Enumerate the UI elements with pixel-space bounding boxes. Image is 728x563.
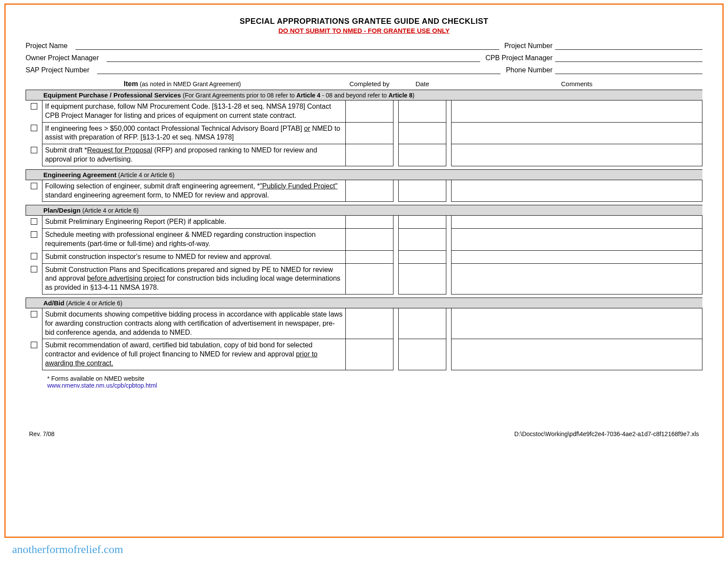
input-line [97, 66, 500, 74]
label-project-name: Project Name [26, 42, 70, 50]
cell-comments [452, 100, 702, 123]
item-description: Submit Construction Plans and Specificat… [42, 263, 346, 294]
checkbox-icon[interactable] [31, 125, 37, 131]
cell-date [399, 216, 446, 229]
label-sap-number: SAP Project Number [26, 66, 92, 74]
cell-completed-by [346, 180, 393, 202]
checklist-item: Submit draft *Request for Proposal (RFP)… [26, 144, 702, 166]
checklist-table: Item (as noted in NMED Grant Agreement) … [26, 78, 702, 373]
col-item-note: (as noted in NMED Grant Agreement) [140, 81, 241, 87]
cell-date [399, 263, 446, 294]
cell-comments [452, 308, 702, 339]
nmed-link[interactable]: www.nmenv.state.nm.us/cpb/cpbtop.html [47, 382, 157, 389]
checkbox-icon[interactable] [31, 218, 37, 225]
section-header: Equipment Purchase / Professional Servic… [26, 90, 702, 100]
forms-available-note: * Forms available on NMED website [26, 375, 702, 382]
section-header: Plan/Design (Article 4 or Article 6) [26, 205, 702, 216]
cell-date [399, 122, 446, 144]
col-date: Date [399, 78, 446, 90]
checklist-item: Submit Preliminary Engineering Report (P… [26, 216, 702, 229]
cell-comments [452, 144, 702, 166]
cell-date [399, 100, 446, 123]
section-title: Plan/Design [43, 207, 81, 214]
file-path: D:\Docstoc\Working\pdf\4e9fc2e4-7036-4ae… [514, 430, 699, 437]
item-description: Submit documents showing competitive bid… [42, 308, 346, 339]
cell-completed-by [346, 250, 393, 263]
document-subtitle: DO NOT SUBMIT TO NMED - FOR GRANTEE USE … [26, 27, 702, 34]
cell-comments [452, 216, 702, 229]
col-comments: Comments [452, 78, 702, 90]
checkbox-icon[interactable] [31, 183, 37, 189]
checkbox-icon[interactable] [31, 231, 37, 238]
document-header: SPECIAL APPROPRIATIONS GRANTEE GUIDE AND… [26, 17, 702, 34]
cell-completed-by [346, 100, 393, 123]
cell-completed-by [346, 308, 393, 339]
input-line [107, 54, 480, 62]
cell-date [399, 339, 446, 370]
cell-completed-by [346, 144, 393, 166]
checkbox-icon[interactable] [31, 266, 37, 272]
checklist-item: If equipment purchase, follow NM Procure… [26, 100, 702, 123]
checkbox-icon[interactable] [31, 311, 37, 317]
checkbox-icon[interactable] [31, 253, 37, 259]
cell-comments [452, 250, 702, 263]
input-line [75, 42, 499, 50]
checklist-item: Submit construction inspector's resume t… [26, 250, 702, 263]
section-header: Engineering Agreement (Article 4 or Arti… [26, 169, 702, 180]
cell-date [399, 250, 446, 263]
col-item: Item [124, 80, 138, 87]
label-phone: Phone Number [506, 66, 555, 74]
checkbox-icon[interactable] [31, 147, 37, 153]
cell-completed-by [346, 122, 393, 144]
item-description: If equipment purchase, follow NM Procure… [42, 100, 346, 123]
section-title: Equipment Purchase / Professional Servic… [43, 91, 181, 99]
checklist-item: If engineering fees > $50,000 contact Pr… [26, 122, 702, 144]
cell-date [399, 180, 446, 202]
item-description: Schedule meeting with professional engin… [42, 229, 346, 251]
cell-comments [452, 263, 702, 294]
watermark: anotherformofrelief.com [12, 543, 123, 556]
item-description: Following selection of engineer, submit … [42, 180, 346, 202]
revision-label: Rev. 7/08 [29, 430, 55, 437]
checklist-item: Submit recommendation of award, certifie… [26, 339, 702, 370]
cell-completed-by [346, 216, 393, 229]
cell-comments [452, 229, 702, 251]
input-line [555, 66, 702, 74]
section-title: Engineering Agreement [43, 171, 117, 178]
cell-date [399, 144, 446, 166]
checklist-item: Submit documents showing competitive bid… [26, 308, 702, 339]
cell-date [399, 229, 446, 251]
checkbox-icon[interactable] [31, 342, 37, 348]
cell-date [399, 308, 446, 339]
cell-completed-by [346, 229, 393, 251]
checklist-item: Following selection of engineer, submit … [26, 180, 702, 202]
checklist-item: Submit Construction Plans and Specificat… [26, 263, 702, 294]
label-owner-pm: Owner Project Manager [26, 54, 101, 62]
cell-comments [452, 180, 702, 202]
column-header-row: Item (as noted in NMED Grant Agreement) … [26, 78, 702, 90]
cell-comments [452, 339, 702, 370]
input-line [555, 42, 702, 50]
cell-completed-by [346, 339, 393, 370]
label-cpb-pm: CPB Project Manager [485, 54, 555, 62]
item-description: Submit draft *Request for Proposal (RFP)… [42, 144, 346, 166]
item-description: If engineering fees > $50,000 contact Pr… [42, 122, 346, 144]
document-page: SPECIAL APPROPRIATIONS GRANTEE GUIDE AND… [4, 3, 724, 538]
cell-completed-by [346, 263, 393, 294]
footer-row: Rev. 7/08 D:\Docstoc\Working\pdf\4e9fc2e… [26, 430, 702, 437]
section-header: Ad/Bid (Article 4 or Article 6) [26, 298, 702, 308]
checklist-item: Schedule meeting with professional engin… [26, 229, 702, 251]
document-title: SPECIAL APPROPRIATIONS GRANTEE GUIDE AND… [26, 17, 702, 26]
item-description: Submit recommendation of award, certifie… [42, 339, 346, 370]
cell-comments [452, 122, 702, 144]
item-description: Submit Preliminary Engineering Report (P… [42, 216, 346, 229]
col-completed-by: Completed by [346, 78, 393, 90]
checkbox-icon[interactable] [31, 103, 37, 110]
label-project-number: Project Number [504, 42, 555, 50]
input-line [555, 54, 702, 62]
website-link-line: www.nmenv.state.nm.us/cpb/cpbtop.html [26, 382, 702, 389]
item-description: Submit construction inspector's resume t… [42, 250, 346, 263]
project-info-block: Project Name Project Number Owner Projec… [26, 42, 702, 74]
section-title: Ad/Bid [43, 299, 64, 307]
